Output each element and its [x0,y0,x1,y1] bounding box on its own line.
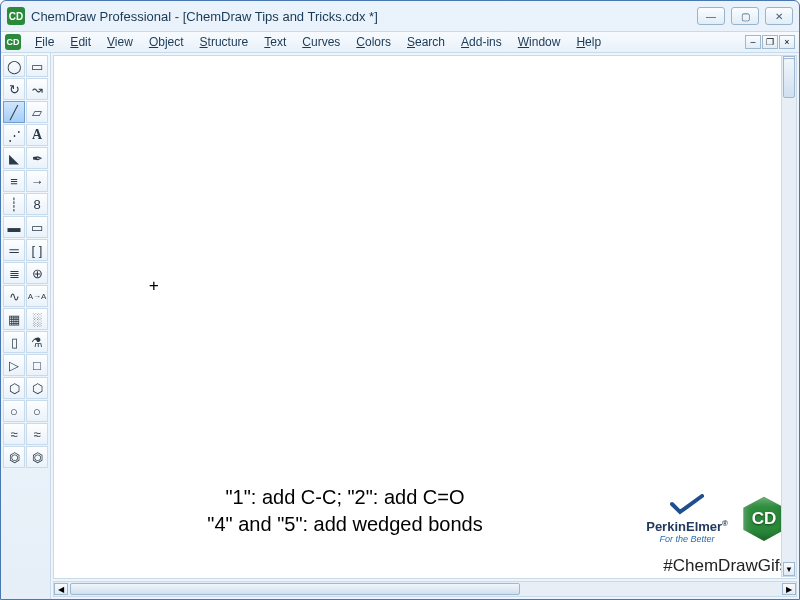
doc-icon: CD [5,34,21,50]
text-tool[interactable]: A [26,124,48,146]
maximize-button[interactable]: ▢ [731,7,759,25]
benzene-tool[interactable]: ⏣ [3,446,25,468]
cyclopentane-tool[interactable]: ○ [3,400,25,422]
check-logo-icon [670,494,704,516]
wave2-tool[interactable]: ≈ [26,423,48,445]
table-tool[interactable]: ▦ [3,308,25,330]
menu-search[interactable]: Search [399,33,453,51]
tlc-plate-tool[interactable]: ▯ [3,331,25,353]
cyclohexane-chair-tool[interactable]: ⬡ [26,377,48,399]
menu-help[interactable]: Help [568,33,609,51]
atom-to-atom-tool[interactable]: A→A [26,285,48,307]
mdi-close-button[interactable]: × [779,35,795,49]
tool-palette: ◯▭ ↻↝ ╱▱ ⋰A ◣✒ ≡→ ┊8 ▬▭ ═[ ] ≣⊕ ∿A→A ▦░ … [1,53,51,599]
crosshair-cursor-icon: + [149,276,159,295]
hashtag-label: #ChemDrawGifs [663,556,788,576]
perkinelmer-logo: PerkinElmer® For the Better [646,494,728,544]
cyclopropane-tool[interactable]: ○ [26,400,48,422]
scroll-down-arrow-icon[interactable]: ▼ [783,562,795,576]
vertical-scrollbar[interactable]: ▲ ▼ [781,55,797,577]
drawing-canvas[interactable]: + "1": add C-C; "2": add C=O "4" and "5"… [53,55,797,579]
erase-curve-tool[interactable]: ↝ [26,78,48,100]
menu-text[interactable]: Text [256,33,294,51]
wedge-bond-tool[interactable]: ◣ [3,147,25,169]
rectangle-tool[interactable]: □ [26,354,48,376]
menu-view[interactable]: View [99,33,141,51]
vscroll-thumb[interactable] [783,58,795,98]
frame-tool[interactable]: ▭ [26,216,48,238]
scroll-left-arrow-icon[interactable]: ◀ [54,583,68,595]
bold-bond-tool[interactable]: ▬ [3,216,25,238]
acyclic-chain-tool[interactable]: ▷ [3,354,25,376]
marquee-tool[interactable]: ▭ [26,55,48,77]
hint-line-2: "4" and "5": add wedged bonds [114,511,576,538]
mdi-minimize-button[interactable]: – [745,35,761,49]
solid-bond-tool[interactable]: ╱ [3,101,25,123]
grid-tool[interactable]: ░ [26,308,48,330]
hscroll-thumb[interactable] [70,583,520,595]
scroll-right-arrow-icon[interactable]: ▶ [782,583,796,595]
template-tool[interactable]: ⚗ [26,331,48,353]
benzene-alt-tool[interactable]: ⏣ [26,446,48,468]
menu-curves[interactable]: Curves [294,33,348,51]
menu-edit[interactable]: Edit [62,33,99,51]
branding-footer: PerkinElmer® For the Better CD #ChemDraw… [638,492,796,578]
chemical-symbol-tool[interactable]: ⊕ [26,262,48,284]
hint-overlay: "1": add C-C; "2": add C=O "4" and "5": … [114,484,576,538]
eraser-tool[interactable]: ▱ [26,101,48,123]
app-icon: CD [7,7,25,25]
window-title: ChemDraw Professional - [ChemDraw Tips a… [31,9,697,24]
bracket-tool[interactable]: [ ] [26,239,48,261]
triple-bond-tool[interactable]: ≣ [3,262,25,284]
dotted-bond-tool[interactable]: ┊ [3,193,25,215]
rotate-tool[interactable]: ↻ [3,78,25,100]
hint-line-1: "1": add C-C; "2": add C=O [114,484,576,511]
titlebar[interactable]: CD ChemDraw Professional - [ChemDraw Tip… [1,1,799,31]
double-bond-tool[interactable]: ═ [3,239,25,261]
hashed-bond-tool[interactable]: ≡ [3,170,25,192]
minimize-button[interactable]: — [697,7,725,25]
pen-tool[interactable]: ✒ [26,147,48,169]
app-window: CD ChemDraw Professional - [ChemDraw Tip… [0,0,800,600]
wave1-tool[interactable]: ≈ [3,423,25,445]
orbital-tool[interactable]: 8 [26,193,48,215]
menu-addins[interactable]: Add-ins [453,33,510,51]
arrow-tool[interactable]: → [26,170,48,192]
cyclohexane-tool[interactable]: ⬡ [3,377,25,399]
menu-structure[interactable]: Structure [192,33,257,51]
wavy-bond-tool[interactable]: ∿ [3,285,25,307]
menubar: CD File Edit View Object Structure Text … [1,31,799,53]
close-button[interactable]: ✕ [765,7,793,25]
dashed-bond-tool[interactable]: ⋰ [3,124,25,146]
menu-window[interactable]: Window [510,33,569,51]
mdi-restore-button[interactable]: ❐ [762,35,778,49]
menu-colors[interactable]: Colors [348,33,399,51]
menu-file[interactable]: File [27,33,62,51]
lasso-tool[interactable]: ◯ [3,55,25,77]
menu-object[interactable]: Object [141,33,192,51]
horizontal-scrollbar[interactable]: ◀ ▶ [53,581,797,597]
